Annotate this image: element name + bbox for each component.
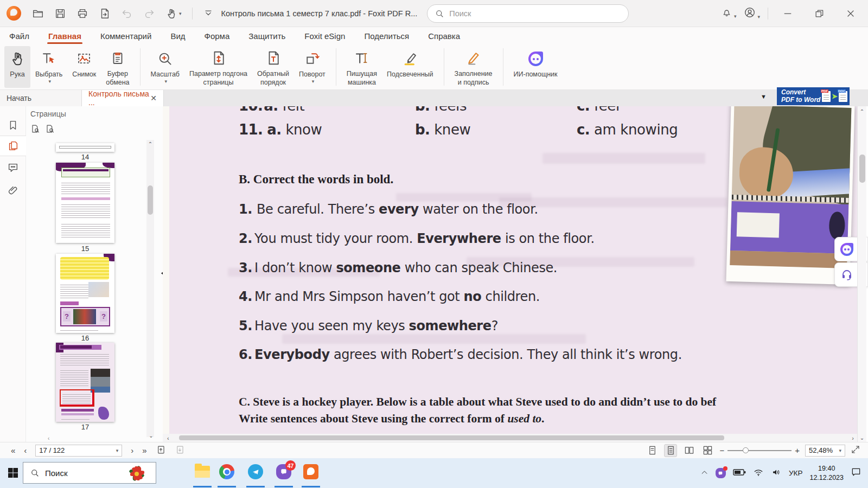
menu-comment[interactable]: Комментарий (99, 29, 152, 43)
zoom-slider-track[interactable] (727, 450, 792, 451)
zoom-in-icon[interactable]: + (795, 446, 800, 455)
bookmarks-panel-button[interactable] (0, 115, 26, 136)
panel-scroll-up-icon[interactable]: ⌃ (146, 141, 154, 147)
zoom-caret: ▾ (165, 79, 168, 85)
select-tool[interactable]: Выбрать ▾ (30, 46, 67, 88)
search-box[interactable]: Поиск (427, 4, 629, 23)
document-hscrollbar[interactable]: ‹ › (163, 434, 857, 442)
hand-tool[interactable]: Рука (4, 46, 30, 88)
print-button[interactable] (76, 8, 88, 20)
ai-assistant-tool[interactable]: ИИ-помощник (509, 46, 563, 88)
tray-expand-icon[interactable] (700, 468, 709, 478)
typewriter-tool[interactable]: Пишущая машинка (342, 46, 382, 88)
vscroll-thumb[interactable] (859, 155, 865, 183)
reverse-order-tool[interactable]: Обратный порядок (252, 46, 294, 88)
rotate-tool[interactable]: Поворот ▾ (294, 46, 330, 88)
facing-view-button[interactable] (682, 444, 695, 457)
tray-wifi-icon[interactable] (753, 467, 764, 479)
zoom-slider[interactable]: − + (719, 446, 800, 455)
tray-volume-icon[interactable] (771, 467, 782, 479)
thumbnail-page-17[interactable] (56, 343, 114, 422)
convert-pdf-to-word-banner[interactable]: Convert PDF to Word PDF ➤ DOC (777, 87, 850, 105)
document-vscrollbar[interactable]: ⌃ ⌄ (857, 106, 866, 442)
tray-language-indicator[interactable]: УКР (789, 469, 802, 477)
zoom-out-icon[interactable]: − (719, 446, 724, 455)
tab-document[interactable]: Контроль письма ... ✕ (82, 90, 164, 106)
fill-sign-tool[interactable]: Заполнение и подпись (450, 46, 497, 88)
restore-button[interactable] (807, 3, 831, 24)
hscroll-right-icon[interactable]: › (852, 435, 854, 441)
facing-continuous-view-button[interactable] (701, 444, 714, 457)
panel-scrollbar-thumb[interactable] (148, 185, 153, 215)
page-number-field[interactable]: 17 / 122 ▾ (35, 445, 122, 457)
next-view-button[interactable] (175, 445, 185, 457)
tray-viber-icon[interactable] (716, 468, 726, 478)
taskbar-viber[interactable]: 47 (275, 463, 292, 480)
comments-panel-button[interactable] (0, 157, 26, 178)
minimize-button[interactable] (776, 3, 800, 24)
notifications-button[interactable]: ▾ (721, 7, 737, 20)
attachments-panel-button[interactable] (0, 180, 26, 201)
taskbar-telegram[interactable] (247, 463, 264, 480)
continuous-view-button[interactable] (664, 444, 677, 457)
menu-help[interactable]: Справка (427, 29, 461, 43)
zoom-percentage-field[interactable]: 52,48% ▾ (805, 445, 845, 457)
tab-overflow-caret[interactable]: ▼ (761, 93, 767, 100)
menu-share[interactable]: Поделиться (363, 29, 410, 43)
pages-panel-hscrollbar[interactable]: ‹ › (48, 435, 173, 442)
hscroll-thumb[interactable] (179, 435, 724, 440)
last-page-button[interactable]: » (142, 446, 146, 455)
close-button[interactable] (839, 3, 863, 24)
vscroll-up-icon[interactable]: ⌃ (858, 108, 866, 114)
taskbar-file-explorer[interactable] (194, 463, 211, 480)
menu-home[interactable]: Главная (47, 29, 82, 43)
menu-file[interactable]: Файл (8, 29, 30, 43)
zoom-slider-knob[interactable] (743, 447, 749, 453)
undo-button[interactable] (121, 8, 133, 20)
menu-form[interactable]: Форма (203, 29, 231, 43)
hscroll-left-icon[interactable]: ‹ (167, 435, 169, 441)
hand-tool-quick-button[interactable]: ▾ (165, 8, 182, 20)
tray-clock[interactable]: 19:40 12.12.2023 (809, 464, 844, 483)
menu-foxit-esign[interactable]: Foxit eSign (303, 29, 346, 43)
thumbnail-page-15[interactable] (56, 163, 114, 243)
account-button[interactable]: ▾ (744, 7, 760, 21)
fullscreen-button[interactable] (851, 445, 860, 456)
page-fit-tool[interactable]: Параметр подгона страницы (184, 46, 252, 88)
clipboard-tool[interactable]: Буфер обмена (101, 46, 134, 88)
action-center-icon[interactable] (851, 467, 861, 479)
panel-hscroll-left-icon[interactable]: ‹ (48, 435, 49, 441)
previous-page-button[interactable]: ‹ (24, 446, 27, 455)
open-file-button[interactable] (32, 8, 44, 20)
highlight-tool[interactable]: Подсвеченный (382, 46, 438, 88)
menu-view[interactable]: Вид (169, 29, 186, 43)
ribbon-separator (444, 48, 444, 86)
first-page-button[interactable]: « (11, 446, 15, 455)
tab-close-icon[interactable]: ✕ (150, 94, 157, 102)
collapse-toolbar-button[interactable] (203, 8, 214, 19)
thumbnail-page-16[interactable]: ? ? (56, 254, 114, 333)
save-button[interactable] (54, 8, 66, 20)
start-button[interactable] (7, 466, 20, 481)
previous-view-button[interactable] (156, 445, 166, 457)
redo-button[interactable] (143, 8, 155, 20)
single-page-view-button[interactable] (646, 444, 659, 457)
taskbar-chrome[interactable] (218, 463, 235, 480)
zoom-tool[interactable]: Масштаб ▾ (146, 46, 184, 88)
thumbnail-page-14[interactable] (56, 143, 114, 152)
pages-panel-button[interactable] (0, 136, 27, 156)
seasonal-flower-graphic[interactable] (124, 461, 149, 486)
vscroll-down-icon[interactable]: ⌄ (858, 435, 866, 441)
search-icon (435, 9, 444, 18)
next-page-button[interactable]: › (131, 446, 133, 455)
snapshot-tool[interactable]: Снимок (67, 46, 101, 88)
export-page-button[interactable] (99, 8, 111, 20)
menu-protect[interactable]: Защитить (247, 29, 286, 43)
tab-start[interactable]: Начать (0, 90, 82, 106)
taskbar-foxit[interactable] (302, 463, 320, 480)
pages-panel-scrollbar[interactable]: ⌃ (146, 140, 154, 437)
tray-battery-icon[interactable] (733, 467, 746, 479)
page-zoom-in-icon[interactable] (30, 124, 41, 134)
pdf-page-view[interactable]: 10.a. felt b. feels c. feel 11.a. know b… (163, 106, 857, 434)
page-zoom-out-icon[interactable] (45, 124, 55, 134)
